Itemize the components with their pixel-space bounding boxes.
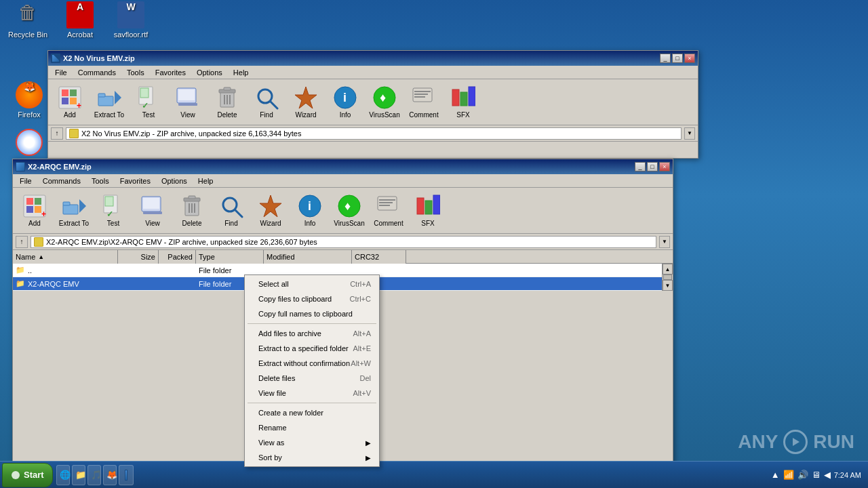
- desktop-icon-savfloor[interactable]: W savfloor.rtf: [107, 1, 155, 39]
- arqc-virusscan-icon: ♦: [337, 194, 361, 218]
- arqc-add-button[interactable]: + Add: [16, 189, 54, 232]
- main-maximize-button[interactable]: □: [672, 54, 683, 63]
- main-info-button[interactable]: i Info: [326, 81, 364, 124]
- ctx-sort-by[interactable]: Sort by ▶: [245, 450, 379, 465]
- ctx-add-files[interactable]: Add files to archive Alt+A: [245, 326, 379, 341]
- scroll-down-button[interactable]: ▼: [663, 280, 673, 291]
- arqc-nav-up-button[interactable]: ↑: [16, 236, 28, 248]
- menu-commands[interactable]: Commands: [74, 67, 120, 78]
- col-header-size[interactable]: Size: [118, 250, 159, 264]
- menu-favorites[interactable]: Favorites: [151, 67, 190, 78]
- arqc-virusscan-label: VirusScan: [334, 220, 364, 227]
- main-minimize-button[interactable]: _: [660, 54, 671, 63]
- svg-text:✓: ✓: [106, 209, 113, 218]
- main-find-button[interactable]: Find: [248, 81, 285, 124]
- svg-marker-8: [115, 91, 121, 104]
- ctx-copy-names[interactable]: Copy full names to clipboard: [245, 306, 379, 321]
- arqc-close-button[interactable]: ×: [659, 162, 670, 171]
- ctx-view-as[interactable]: View as ▶: [245, 435, 379, 450]
- taskbar-ie-button[interactable]: 🌐: [56, 465, 70, 485]
- taskbar-folder-button[interactable]: 📁: [72, 465, 85, 485]
- col-header-type[interactable]: Type: [196, 250, 264, 264]
- arqc-addressbar: ↑ X2-ARQC EMV.zip\X2-ARQC EMV - ZIP arch…: [13, 234, 673, 250]
- arqc-menu-options[interactable]: Options: [157, 176, 191, 186]
- menu-options[interactable]: Options: [193, 67, 226, 78]
- arqc-sfx-button[interactable]: SFX: [409, 189, 447, 232]
- ctx-select-all[interactable]: Select all Ctrl+A: [245, 277, 379, 291]
- arqc-extract-to-button[interactable]: Extract To: [55, 189, 93, 232]
- ctx-extract-no-confirm[interactable]: Extract without confirmation Alt+W: [245, 356, 379, 371]
- arqc-info-button[interactable]: i Info: [291, 189, 329, 232]
- ctx-view-file[interactable]: View file Alt+V: [245, 386, 379, 401]
- main-extract-to-button[interactable]: Extract To: [90, 81, 128, 124]
- arqc-menu-favorites[interactable]: Favorites: [116, 176, 155, 186]
- tray-network-icon[interactable]: 📶: [783, 470, 794, 480]
- menu-help[interactable]: Help: [229, 67, 253, 78]
- main-add-button[interactable]: + Add: [51, 81, 89, 124]
- scroll-thumb[interactable]: [663, 274, 672, 280]
- arqc-menu-file[interactable]: File: [16, 176, 36, 186]
- window-main: X2 No Virus EMV.zip _ □ × File Commands …: [47, 50, 698, 159]
- main-virusscan-button[interactable]: ♦ VirusScan: [366, 81, 403, 124]
- desktop-icon-recycle-bin[interactable]: 🗑 Recycle Bin: [4, 1, 52, 39]
- arqc-test-button[interactable]: ✓ Test: [94, 189, 132, 232]
- arqc-delete-button[interactable]: Delete: [173, 189, 211, 232]
- arqc-virusscan-button[interactable]: ♦ VirusScan: [330, 189, 368, 232]
- ctx-rename[interactable]: Rename: [245, 420, 379, 435]
- arqc-path-dropdown-button[interactable]: ▼: [659, 236, 670, 248]
- arqc-comment-button[interactable]: Comment: [370, 189, 408, 232]
- main-close-button[interactable]: ×: [684, 54, 695, 63]
- taskbar-firefox-button[interactable]: 🦊: [103, 465, 117, 485]
- main-test-button[interactable]: ✓ Test: [130, 81, 167, 124]
- arqc-menu-help[interactable]: Help: [194, 176, 218, 186]
- ctx-copy-files[interactable]: Copy files to clipboard Ctrl+C: [245, 291, 379, 306]
- desktop-icon-acrobat[interactable]: A Acrobat: [56, 1, 104, 39]
- arqc-view-button[interactable]: View: [134, 189, 172, 232]
- menu-tools[interactable]: Tools: [123, 67, 149, 78]
- arqc-scrollbar[interactable]: ▲ ▼: [662, 264, 673, 291]
- svg-rect-3: [62, 98, 68, 104]
- delete-icon: [215, 85, 239, 110]
- ctx-extract-specified[interactable]: Extract to a specified folder Alt+E: [245, 341, 379, 356]
- taskbar-media-button[interactable]: 🎵: [87, 465, 101, 485]
- ctx-delete-files[interactable]: Delete files Del: [245, 371, 379, 386]
- main-wizard-button[interactable]: Wizard: [287, 81, 325, 124]
- arqc-minimize-button[interactable]: _: [635, 162, 646, 171]
- arqc-test-label: Test: [107, 220, 119, 227]
- col-header-modified[interactable]: Modified: [264, 250, 352, 264]
- main-nav-up-button[interactable]: ↑: [51, 127, 63, 140]
- start-button[interactable]: Start: [2, 463, 53, 487]
- taskbar-winrar-button[interactable]: [119, 465, 134, 485]
- scroll-up-button[interactable]: ▲: [663, 264, 673, 274]
- col-header-packed[interactable]: Packed: [159, 250, 196, 264]
- tray-audio-icon[interactable]: 🔊: [797, 470, 808, 480]
- col-header-name[interactable]: Name ▲: [13, 250, 118, 264]
- col-header-crc32[interactable]: CRC32: [352, 250, 406, 264]
- desktop-icon-chrome[interactable]: [5, 129, 53, 158]
- main-path-dropdown-button[interactable]: ▼: [684, 127, 695, 140]
- svg-text:♦: ♦: [380, 91, 386, 104]
- main-comment-button[interactable]: Comment: [405, 81, 443, 124]
- tray-arrow-icon[interactable]: ◀: [824, 470, 831, 480]
- ctx-create-folder[interactable]: Create a new folder: [245, 405, 379, 420]
- firefox-icon: 🦊: [16, 81, 43, 108]
- svg-rect-29: [414, 91, 431, 92]
- svg-point-71: [12, 471, 20, 479]
- arqc-wizard-button[interactable]: Wizard: [252, 189, 290, 232]
- main-titlebar: X2 No Virus EMV.zip _ □ ×: [48, 51, 698, 66]
- main-sfx-button[interactable]: SFX: [444, 81, 482, 124]
- info-icon: i: [333, 85, 357, 110]
- arqc-restore-button[interactable]: □: [647, 162, 658, 171]
- main-delete-button[interactable]: Delete: [208, 81, 246, 124]
- desktop-icon-firefox[interactable]: 🦊 Firefox: [5, 81, 53, 119]
- arqc-find-button[interactable]: Find: [212, 189, 250, 232]
- arqc-menu-commands[interactable]: Commands: [39, 176, 85, 186]
- svg-rect-39: [35, 206, 41, 213]
- main-view-button[interactable]: View: [169, 81, 207, 124]
- menu-file[interactable]: File: [51, 67, 71, 78]
- svg-rect-34: [469, 87, 475, 106]
- svg-rect-30: [414, 94, 428, 95]
- arqc-menu-tools[interactable]: Tools: [87, 176, 113, 186]
- tray-display-icon[interactable]: 🖥: [812, 470, 821, 480]
- arqc-extract-to-label: Extract To: [59, 220, 89, 227]
